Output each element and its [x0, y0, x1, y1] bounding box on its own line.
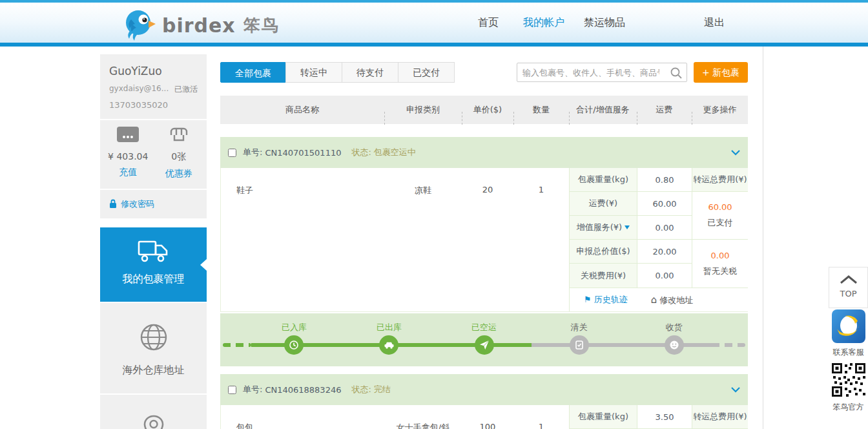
balance-card-icon: [117, 134, 139, 146]
nav-logout[interactable]: 退出: [704, 16, 725, 30]
main-content: 全部包裹 转运中 待支付 已交付 + 新包裹 商品名称 申报类别 单价($): [220, 62, 748, 429]
fee-label-shipping: 运费(¥): [569, 192, 637, 216]
header: birdex 笨鸟 首页 我的帐户 禁运物品 退出: [0, 3, 868, 43]
lock-icon: [109, 199, 117, 210]
tab-delivered[interactable]: 已交付: [398, 62, 455, 83]
fee-table: 包裹重量(kg) 0.80 转运总费用(¥) 运费(¥) 60.00 60.00…: [569, 168, 748, 311]
nav-home[interactable]: 首页: [478, 16, 499, 30]
step-label-customs: 清关: [571, 322, 588, 333]
user-phone: 13703035020: [109, 100, 198, 110]
user-name: GuoYiZuo: [109, 65, 198, 78]
bird-logo-icon: [125, 6, 156, 44]
value-added-expand-icon[interactable]: [625, 225, 630, 229]
fee-label-weight: 包裹重量(kg): [569, 405, 637, 429]
contact-service-button[interactable]: 联系客服: [829, 309, 868, 358]
step-label-received: 收货: [666, 322, 683, 333]
item-row: 鞋子 凉鞋 20 1: [221, 168, 569, 311]
official-qr-code: 笨鸟官方: [829, 362, 868, 413]
progress-tracker: 已入库 已出库 已空运 清关 收货: [220, 313, 748, 366]
total-cost-header: 转运总费用(¥): [692, 405, 748, 429]
clock-icon: [284, 335, 304, 355]
table-header: 商品名称 申报类别 单价($) 数量 合计/增值服务 运费 更多操作: [220, 96, 748, 124]
coupon-count: 0张: [154, 151, 205, 163]
history-track-link[interactable]: ⚑历史轨迹: [584, 294, 628, 306]
progress-dash-left: [223, 343, 251, 347]
fee-value-customs: 0.00: [637, 264, 692, 288]
search-icon[interactable]: [670, 67, 683, 82]
step-label-airborne: 已空运: [471, 322, 497, 333]
col-declared-category: 申报类别: [384, 104, 462, 116]
col-unit-price: 单价($): [462, 104, 513, 116]
paid-status: 已支付: [708, 217, 733, 229]
sidebar-item-shipping-address[interactable]: 收货地址管理: [100, 395, 207, 429]
modify-address-link[interactable]: ⌂修改地址: [651, 294, 694, 306]
chevron-down-icon[interactable]: [731, 150, 740, 156]
change-password-link[interactable]: 修改密码: [100, 190, 207, 218]
package-card: 单号: CN140701501110 状态: 包裹空运中 鞋子 凉鞋 20 1 …: [220, 137, 748, 366]
qq-icon: [832, 333, 865, 346]
sidebar-item-label: 我的包裹管理: [123, 273, 185, 286]
tab-in-transit[interactable]: 转运中: [285, 62, 342, 83]
tab-all-packages[interactable]: 全部包裹: [220, 62, 286, 83]
account-balance: ¥ 403.04: [103, 151, 154, 162]
progress-bar-pending: [532, 343, 719, 347]
brand-logo[interactable]: birdex 笨鸟: [125, 6, 280, 44]
item-name: 鞋子: [221, 185, 384, 196]
nav-prohibited-items[interactable]: 禁运物品: [584, 16, 625, 30]
coupon-icon: [169, 134, 189, 146]
package-header: 单号: CN140618883246 状态: 完结: [220, 374, 748, 405]
col-product-name: 商品名称: [220, 104, 384, 116]
globe-icon: [139, 322, 169, 355]
chevron-up-icon: [840, 275, 858, 284]
recharge-link[interactable]: 充值: [103, 167, 154, 178]
sidebar-item-overseas-warehouse[interactable]: 海外仓库地址: [100, 303, 207, 393]
fee-value-declared-value: 20.00: [637, 240, 692, 264]
chevron-down-icon[interactable]: [731, 387, 740, 393]
total-paid-cell: 60.00 已支付: [692, 192, 748, 240]
fee-label-customs: 关税费用(¥): [569, 264, 637, 288]
user-info-panel: GuoYiZuo gyxdaisy@16... 已激活 13703035020: [100, 54, 207, 119]
fee-value-shipping: 60.00: [637, 192, 692, 216]
sidebar-item-my-packages[interactable]: 我的包裹管理: [100, 227, 207, 302]
col-more-actions: 更多操作: [692, 104, 748, 116]
tab-pending-payment[interactable]: 待支付: [342, 62, 398, 83]
search-input[interactable]: [517, 63, 665, 81]
progress-dash-right: [717, 343, 745, 347]
nav-my-account[interactable]: 我的帐户: [523, 16, 564, 30]
total-cost-header: 转运总费用(¥): [692, 168, 748, 192]
item-quantity: 1: [513, 185, 569, 194]
new-package-button[interactable]: + 新包裹: [694, 62, 748, 83]
brand-name: birdex: [162, 14, 236, 37]
package-number: CN140618883246: [265, 385, 341, 395]
package-links: ⚑历史轨迹 ⌂修改地址: [569, 288, 748, 311]
user-activation-badge: 已激活: [174, 84, 198, 95]
brand-name-cn: 笨鸟: [243, 14, 280, 37]
fee-value-weight: 0.80: [637, 168, 692, 192]
back-to-top-button[interactable]: TOP: [829, 267, 868, 308]
item-category: 女士手拿包/斜: [384, 422, 462, 429]
qr-code-icon: [831, 388, 867, 401]
package-card: 单号: CN140618883246 状态: 完结 包包 女士手拿包/斜 100…: [220, 374, 748, 429]
package-checkbox[interactable]: [228, 149, 236, 157]
plane-icon: [475, 335, 494, 355]
user-email: gyxdaisy@16...: [109, 84, 169, 95]
item-row: 包包 女士手拿包/斜 100 1: [221, 405, 569, 429]
header-blue-bar: [0, 43, 868, 47]
fee-label-value-added: 增值服务(¥): [569, 216, 637, 240]
col-total-services: 合计/增值服务: [569, 104, 637, 116]
package-checkbox[interactable]: [228, 386, 236, 394]
home-icon: ⌂: [651, 294, 657, 306]
fee-label-declared-value: 申报总价值($): [569, 240, 637, 264]
package-number: CN140701501110: [265, 148, 341, 158]
main-nav: 首页 我的帐户 禁运物品 退出: [478, 3, 725, 43]
toolbar: 全部包裹 转运中 待支付 已交付 + 新包裹: [220, 62, 748, 83]
tax-cell: 0.00 暂无关税: [692, 240, 748, 288]
package-status: 包裹空运中: [374, 147, 416, 158]
item-price: 20: [462, 185, 513, 194]
coupon-link[interactable]: 优惠券: [154, 168, 205, 180]
tax-status: 暂无关税: [703, 266, 737, 277]
car-icon: [379, 335, 398, 355]
package-status: 完结: [374, 384, 391, 395]
sidebar: GuoYiZuo gyxdaisy@16... 已激活 13703035020 …: [100, 54, 207, 429]
tax-amount: 0.00: [711, 251, 730, 260]
